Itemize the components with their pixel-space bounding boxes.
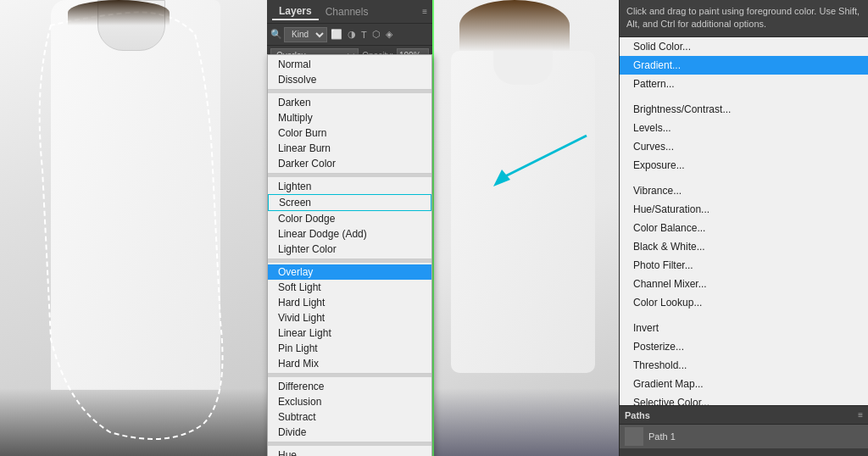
hair-top — [68, 0, 170, 25]
blend-item-divide[interactable]: Divide — [268, 425, 431, 440]
blend-section-6: Hue Saturation Color Luminosity — [268, 446, 431, 456]
adj-item-exposure[interactable]: Exposure... — [620, 156, 868, 175]
blend-item-pin-light[interactable]: Pin Light — [268, 341, 431, 356]
paths-menu-icon[interactable]: ≡ — [858, 410, 863, 420]
blend-item-darken[interactable]: Darken — [268, 95, 431, 110]
adj-item-color-balance[interactable]: Color Balance... — [620, 219, 868, 237]
adj-divider-2 — [620, 175, 868, 181]
blend-item-linear-light[interactable]: Linear Light — [268, 325, 431, 341]
layers-panel-header: Layers Channels ≡ — [267, 0, 432, 24]
blend-item-screen[interactable]: Screen — [268, 194, 431, 211]
layers-tab[interactable]: Layers — [272, 3, 319, 20]
blend-item-lighten[interactable]: Lighten — [268, 179, 431, 194]
right-hair — [459, 0, 570, 51]
blend-section-2: Darken Multiply Color Burn Linear Burn D… — [268, 93, 431, 174]
jeans-bottom — [0, 388, 267, 456]
search-icon[interactable]: 🔍 — [270, 29, 282, 40]
adjust-filter-icon[interactable]: ◑ — [346, 29, 358, 40]
blend-item-difference[interactable]: Difference — [268, 379, 431, 394]
adj-item-solid-color[interactable]: Solid Color... — [620, 37, 868, 56]
type-filter-icon[interactable]: T — [359, 30, 369, 40]
blend-item-overlay[interactable]: Overlay — [268, 264, 431, 280]
blend-item-normal[interactable]: Normal — [268, 57, 431, 72]
blend-item-color-dodge[interactable]: Color Dodge — [268, 211, 431, 226]
blend-item-lighter-color[interactable]: Lighter Color — [268, 242, 431, 257]
adj-item-selective-color[interactable]: Selective Color... — [620, 393, 868, 405]
right-photo-bg — [434, 0, 619, 456]
blend-item-hard-mix[interactable]: Hard Mix — [268, 356, 431, 371]
svg-marker-1 — [493, 170, 510, 186]
adj-item-threshold[interactable]: Threshold... — [620, 356, 868, 375]
teal-arrow — [485, 119, 595, 186]
blend-item-darker-color[interactable]: Darker Color — [268, 156, 431, 171]
path-name: Path 1 — [648, 431, 676, 442]
left-photo-area — [0, 0, 267, 456]
adj-item-vibrance[interactable]: Vibrance... — [620, 181, 868, 200]
adj-item-curves[interactable]: Curves... — [620, 137, 868, 156]
blend-item-soft-light[interactable]: Soft Light — [268, 280, 431, 295]
blend-mode-dropdown-overlay: Normal Dissolve Darken Multiply Color Bu… — [267, 54, 432, 456]
kind-filter-dropdown[interactable]: Kind — [284, 27, 327, 42]
blend-item-dissolve[interactable]: Dissolve — [268, 72, 431, 87]
svg-line-0 — [502, 136, 587, 178]
layers-panel: Layers Channels ≡ 🔍 Kind ⬜ ◑ T ⬡ ◈ Overl… — [267, 0, 432, 456]
pixel-filter-icon[interactable]: ⬜ — [329, 29, 344, 40]
adj-item-photo-filter[interactable]: Photo Filter... — [620, 256, 868, 275]
blend-section-5: Difference Exclusion Subtract Divide — [268, 377, 431, 442]
panel-menu-button[interactable]: ≡ — [422, 7, 427, 16]
adj-item-black-white[interactable]: Black & White... — [620, 237, 868, 256]
path-item-path1[interactable]: Path 1 — [620, 425, 868, 448]
adj-item-hue-saturation[interactable]: Hue/Saturation... — [620, 200, 868, 219]
blend-item-color-burn[interactable]: Color Burn — [268, 125, 431, 141]
paths-tab[interactable]: Paths — [625, 410, 650, 420]
right-jeans — [434, 388, 619, 456]
blend-item-vivid-light[interactable]: Vivid Light — [268, 310, 431, 325]
smart-filter-icon[interactable]: ◈ — [384, 29, 394, 40]
shape-filter-icon[interactable]: ⬡ — [370, 29, 382, 40]
adj-divider-1 — [620, 93, 868, 100]
adj-item-levels[interactable]: Levels... — [620, 119, 868, 137]
path-thumbnail — [625, 427, 643, 446]
blend-item-hard-light[interactable]: Hard Light — [268, 295, 431, 310]
blend-item-exclusion[interactable]: Exclusion — [268, 394, 431, 409]
blend-section-1: Normal Dissolve — [268, 55, 431, 90]
blend-item-multiply[interactable]: Multiply — [268, 110, 431, 125]
blend-item-subtract[interactable]: Subtract — [268, 409, 431, 425]
adj-item-brightness-contrast[interactable]: Brightness/Contrast... — [620, 100, 868, 119]
adj-item-invert[interactable]: Invert — [620, 319, 868, 337]
blend-item-linear-dodge[interactable]: Linear Dodge (Add) — [268, 226, 431, 242]
right-photo-area — [432, 0, 619, 456]
adj-divider-3 — [620, 312, 868, 319]
paths-panel: Paths ≡ Path 1 — [620, 405, 868, 456]
right-panel: Click and drag to paint using foreground… — [619, 0, 868, 456]
blend-item-linear-burn[interactable]: Linear Burn — [268, 141, 431, 156]
info-text: Click and drag to paint using foreground… — [620, 0, 868, 37]
adj-item-gradient[interactable]: Gradient... — [620, 56, 868, 75]
blend-item-hue[interactable]: Hue — [268, 448, 431, 456]
blend-section-3: Lighten Screen Color Dodge Linear Dodge … — [268, 177, 431, 259]
paths-header: Paths ≡ — [620, 406, 868, 425]
channels-tab[interactable]: Channels — [319, 4, 376, 19]
adj-item-color-lookup[interactable]: Color Lookup... — [620, 293, 868, 312]
adj-item-gradient-map[interactable]: Gradient Map... — [620, 375, 868, 393]
right-shirt — [451, 51, 595, 373]
adj-item-pattern[interactable]: Pattern... — [620, 75, 868, 93]
adj-item-channel-mixer[interactable]: Channel Mixer... — [620, 275, 868, 293]
layers-toolbar: 🔍 Kind ⬜ ◑ T ⬡ ◈ — [267, 24, 432, 46]
adjustment-menu: Solid Color... Gradient... Pattern... Br… — [620, 37, 868, 405]
adj-item-posterize[interactable]: Posterize... — [620, 337, 868, 356]
blend-section-4: Overlay Soft Light Hard Light Vivid Ligh… — [268, 263, 431, 374]
left-photo-bg — [0, 0, 267, 456]
shirt-body — [51, 0, 220, 390]
